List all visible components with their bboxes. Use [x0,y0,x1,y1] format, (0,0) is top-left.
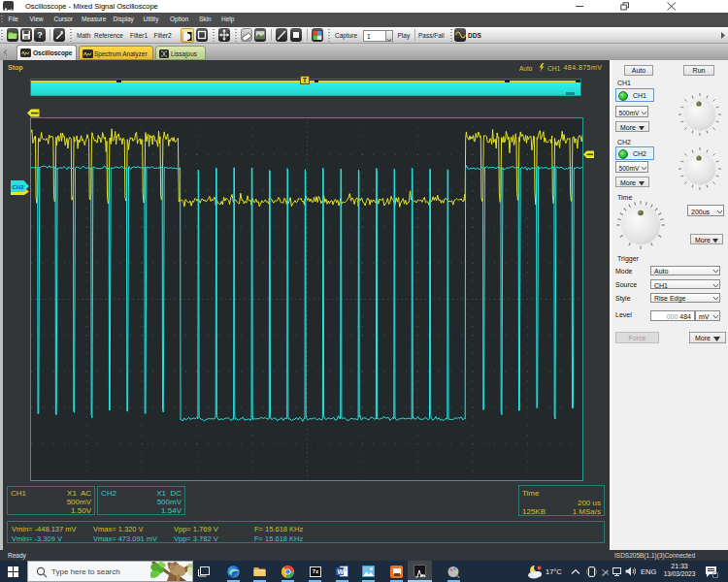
svg-text:CH2: CH2 [13,184,25,190]
svg-text:W: W [338,568,345,575]
